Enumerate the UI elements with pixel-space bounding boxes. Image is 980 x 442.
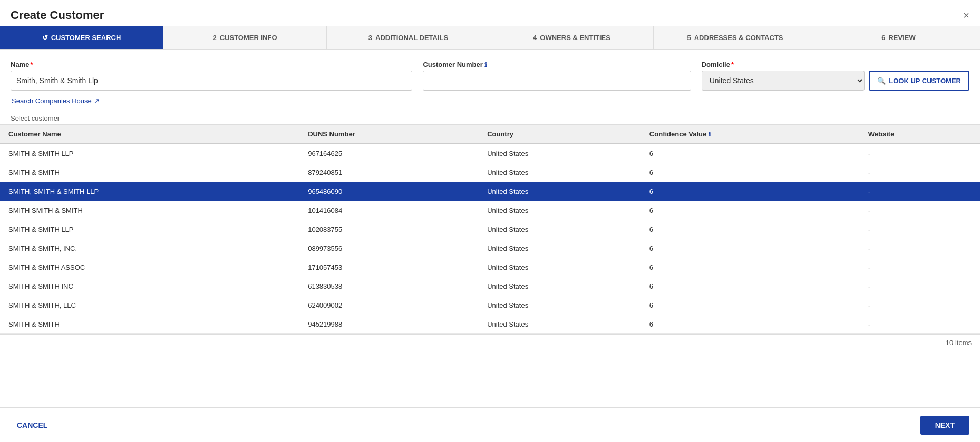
table-body: SMITH & SMITH LLP967164625United States6… xyxy=(0,144,980,334)
customer-number-info-icon[interactable]: ℹ xyxy=(484,61,487,68)
cell-confidence: 6 xyxy=(641,296,860,315)
wizard-step-review[interactable]: 6REVIEW xyxy=(817,26,980,49)
external-link-icon: ↗ xyxy=(94,97,100,105)
cell-name: SMITH & SMITH ASSOC xyxy=(0,258,299,277)
cell-name: SMITH & SMITH LLP xyxy=(0,144,299,163)
cell-website: - xyxy=(860,315,980,334)
wizard-nav: ↺CUSTOMER SEARCH2CUSTOMER INFO3ADDITIONA… xyxy=(0,26,980,50)
customer-number-field-group: Customer Number ℹ xyxy=(423,61,691,91)
cell-website: - xyxy=(860,258,980,277)
cell-country: United States xyxy=(479,201,641,220)
step-number: 2 xyxy=(212,34,216,42)
results-table: Customer NameDUNS NumberCountryConfidenc… xyxy=(0,124,980,334)
domicile-select[interactable]: United StatesUnited KingdomCanadaAustral… xyxy=(702,71,865,91)
cell-website: - xyxy=(860,220,980,239)
cell-country: United States xyxy=(479,163,641,182)
cell-duns: 945219988 xyxy=(299,315,479,334)
wizard-step-owners-&-entities[interactable]: 4OWNERS & ENTITIES xyxy=(490,26,654,49)
cell-confidence: 6 xyxy=(641,163,860,182)
wizard-step-label: CUSTOMER SEARCH xyxy=(51,34,121,42)
cell-country: United States xyxy=(479,258,641,277)
lookup-customer-button[interactable]: 🔍 LOOK UP CUSTOMER xyxy=(869,71,969,91)
domicile-select-row: United StatesUnited KingdomCanadaAustral… xyxy=(702,71,969,91)
cell-duns: 965486090 xyxy=(299,182,479,201)
table-footer: 10 items xyxy=(0,334,980,351)
col-header-website: Website xyxy=(860,125,980,144)
cell-confidence: 6 xyxy=(641,239,860,258)
cell-duns: 879240851 xyxy=(299,163,479,182)
cell-website: - xyxy=(860,239,980,258)
name-label: Name* xyxy=(11,61,412,68)
domicile-label: Domicile* xyxy=(702,61,969,68)
cell-confidence: 6 xyxy=(641,220,860,239)
cell-website: - xyxy=(860,163,980,182)
cell-website: - xyxy=(860,277,980,296)
cell-duns: 613830538 xyxy=(299,277,479,296)
cell-website: - xyxy=(860,144,980,163)
cell-name: SMITH SMITH & SMITH xyxy=(0,201,299,220)
table-header-row: Customer NameDUNS NumberCountryConfidenc… xyxy=(0,125,980,144)
customer-number-input[interactable] xyxy=(423,71,691,91)
cell-website: - xyxy=(860,296,980,315)
form-area: Name* Customer Number ℹ Domicile* United… xyxy=(0,50,980,110)
table-row[interactable]: SMITH & SMITH INC613830538United States6… xyxy=(0,277,980,296)
search-companies-row: Search Companies House ↗ xyxy=(11,95,969,105)
search-icon: 🔍 xyxy=(877,77,886,85)
wizard-step-label: REVIEW xyxy=(888,34,915,42)
wizard-step-label: ADDRESSES & CONTACTS xyxy=(694,34,783,42)
search-companies-link[interactable]: Search Companies House ↗ xyxy=(12,97,100,105)
col-header-duns: DUNS Number xyxy=(299,125,479,144)
cell-duns: 101416084 xyxy=(299,201,479,220)
cell-name: SMITH, SMITH & SMITH LLP xyxy=(0,182,299,201)
wizard-step-addresses-&-contacts[interactable]: 5ADDRESSES & CONTACTS xyxy=(654,26,817,49)
wizard-step-label: CUSTOMER INFO xyxy=(220,34,277,42)
cell-name: SMITH & SMITH, INC. xyxy=(0,239,299,258)
cell-country: United States xyxy=(479,182,641,201)
table-row[interactable]: SMITH & SMITH, INC.089973556United State… xyxy=(0,239,980,258)
confidence-info-icon[interactable]: ℹ xyxy=(709,131,711,137)
page-title: Create Customer xyxy=(11,8,104,22)
cell-country: United States xyxy=(479,220,641,239)
cell-name: SMITH & SMITH INC xyxy=(0,277,299,296)
cell-country: United States xyxy=(479,277,641,296)
table-row[interactable]: SMITH & SMITH, LLC624009002United States… xyxy=(0,296,980,315)
cell-duns: 624009002 xyxy=(299,296,479,315)
cell-confidence: 6 xyxy=(641,144,860,163)
wizard-step-label: ADDITIONAL DETAILS xyxy=(375,34,448,42)
cell-country: United States xyxy=(479,239,641,258)
step-number: 5 xyxy=(687,34,691,42)
table-row[interactable]: SMITH, SMITH & SMITH LLP965486090United … xyxy=(0,182,980,201)
cell-duns: 102083755 xyxy=(299,220,479,239)
cell-name: SMITH & SMITH xyxy=(0,163,299,182)
close-button[interactable]: × xyxy=(963,9,969,22)
cell-confidence: 6 xyxy=(641,315,860,334)
page-header: Create Customer × xyxy=(0,0,980,26)
table-row[interactable]: SMITH SMITH & SMITH101416084United State… xyxy=(0,201,980,220)
cell-confidence: 6 xyxy=(641,201,860,220)
cell-country: United States xyxy=(479,315,641,334)
items-count: 10 items xyxy=(946,339,972,347)
col-header-confidence: Confidence Valueℹ xyxy=(641,125,860,144)
step-number: 4 xyxy=(533,34,537,42)
table-row[interactable]: SMITH & SMITH945219988United States6- xyxy=(0,315,980,334)
cell-website: - xyxy=(860,201,980,220)
cell-country: United States xyxy=(479,296,641,315)
name-input[interactable] xyxy=(11,71,412,91)
cell-duns: 967164625 xyxy=(299,144,479,163)
wizard-step-additional-details[interactable]: 3ADDITIONAL DETAILS xyxy=(327,26,490,49)
col-header-name: Customer Name xyxy=(0,125,299,144)
domicile-field-group: Domicile* United StatesUnited KingdomCan… xyxy=(702,61,969,91)
table-row[interactable]: SMITH & SMITH LLP102083755United States6… xyxy=(0,220,980,239)
wizard-step-icon: ↺ xyxy=(42,34,48,42)
results-table-container: Customer NameDUNS NumberCountryConfidenc… xyxy=(0,124,980,351)
table-row[interactable]: SMITH & SMITH LLP967164625United States6… xyxy=(0,144,980,163)
customer-number-label: Customer Number ℹ xyxy=(423,61,691,68)
wizard-step-customer-info[interactable]: 2CUSTOMER INFO xyxy=(163,26,327,49)
cell-confidence: 6 xyxy=(641,182,860,201)
table-row[interactable]: SMITH & SMITH ASSOC171057453United State… xyxy=(0,258,980,277)
select-customer-label: Select customer xyxy=(0,110,980,124)
cell-confidence: 6 xyxy=(641,277,860,296)
wizard-step-customer-search[interactable]: ↺CUSTOMER SEARCH xyxy=(0,26,163,49)
cell-name: SMITH & SMITH LLP xyxy=(0,220,299,239)
table-row[interactable]: SMITH & SMITH879240851United States6- xyxy=(0,163,980,182)
